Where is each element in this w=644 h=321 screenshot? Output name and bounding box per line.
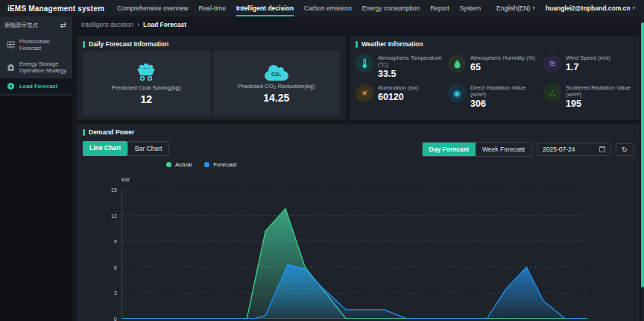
- co2-reduction-card: CO₂ Predicted CO₂ Reduction(kg) 14.25: [213, 52, 341, 116]
- y-axis-unit: kW: [121, 176, 130, 183]
- language-label: English(EN): [496, 4, 530, 12]
- demand-power-panel: Demand Power Line Chart Bar Chart Day Fo…: [77, 124, 640, 321]
- humidity-drop-icon: [448, 54, 466, 72]
- site-name: 新能源示范点: [4, 22, 38, 29]
- forecast-range-switcher: Day Forecast Week Forecast: [422, 142, 532, 157]
- chevron-down-icon: ▾: [632, 5, 635, 11]
- metric-atmospheric-humidity: Atmospheric Humidity (%) 65: [448, 54, 543, 79]
- coal-cart-icon: [133, 63, 159, 82]
- load-forecast-icon: [7, 83, 15, 90]
- nav-comprehensive-overview[interactable]: Comprehensive overview: [112, 0, 193, 16]
- solar-panel-icon: [7, 41, 15, 49]
- demand-power-title: Demand Power: [83, 128, 634, 136]
- metric-atmospheric-temperature: Atmospheric Temperature (°C) 33.5: [356, 54, 448, 79]
- forecast-range-controls: Day Forecast Week Forecast ↻: [422, 142, 634, 157]
- wind-icon: ≋: [543, 54, 561, 72]
- metric-value: 33.5: [378, 69, 446, 79]
- legend-actual[interactable]: Actual: [166, 161, 192, 168]
- date-input[interactable]: [543, 146, 590, 153]
- sidebar-item-label: Photovoltaic Forecast: [19, 38, 69, 52]
- metric-label: Direct Radiation Value (w/m²): [470, 84, 539, 98]
- user-email: huanglei2@topband.com.cn: [546, 4, 631, 12]
- week-forecast-button[interactable]: Week Forecast: [476, 143, 531, 156]
- metric-label: Scattered Radiation Value (w/m²): [566, 84, 634, 98]
- metric-label: Atmospheric Humidity (%): [470, 54, 535, 61]
- sun-icon: ☀: [356, 84, 373, 102]
- user-menu[interactable]: huanglei2@topband.com.cn ▾: [546, 4, 635, 12]
- metric-scattered-radiation: ∴ Scattered Radiation Value (w/m²) 195: [543, 84, 634, 109]
- chevron-down-icon: ▾: [532, 5, 535, 11]
- refresh-icon: ↻: [622, 146, 628, 154]
- y-axis-tick-label: 12: [99, 213, 117, 219]
- main-nav: Comprehensive overview Real-time Intelli…: [112, 0, 486, 16]
- app-title: iEMS Management system: [7, 4, 104, 13]
- coal-saving-value: 12: [140, 93, 152, 105]
- metric-value: 65: [470, 62, 535, 72]
- metric-direct-radiation: ◉ Direct Radiation Value (w/m²) 306: [448, 84, 543, 109]
- legend-forecast[interactable]: Forecast: [204, 161, 236, 168]
- chart-type-switcher: Line Chart Bar Chart: [83, 141, 169, 156]
- co2-reduction-label: Predicted CO₂ Reduction(kg): [238, 83, 315, 90]
- day-forecast-button[interactable]: Day Forecast: [423, 143, 476, 156]
- sidebar-item-label: Energy Storage Operation Strategy: [19, 60, 69, 74]
- breadcrumb-current: Load Forecast: [143, 21, 186, 28]
- series-area-forecast: [122, 264, 587, 319]
- co2-cloud-icon: CO₂: [265, 71, 288, 81]
- metric-illumination: ☀ Illumination (lux) 60120: [356, 84, 448, 109]
- metric-value: 195: [566, 99, 634, 109]
- legend-dot-actual: [166, 162, 171, 167]
- sidebar-menu: 新能源示范点 ⇄ Photovoltaic Forecast Energy St…: [0, 16, 72, 96]
- y-axis-tick-label: 15: [99, 187, 117, 193]
- collapse-sidebar-icon[interactable]: ⇄: [60, 22, 66, 29]
- sidebar-item-photovoltaic-forecast[interactable]: Photovoltaic Forecast: [0, 34, 72, 56]
- scattered-radiation-icon: ∴: [543, 84, 561, 102]
- breadcrumb-separator-icon: ›: [137, 21, 139, 28]
- metric-label: Atmospheric Temperature (°C): [378, 54, 446, 68]
- daily-forecast-panel: Daily Forecast Information Predicted Coa…: [77, 36, 346, 120]
- language-selector[interactable]: English(EN) ▾: [496, 4, 535, 12]
- legend-dot-forecast: [204, 162, 209, 167]
- metric-label: Illumination (lux): [378, 84, 419, 91]
- date-picker[interactable]: [537, 143, 611, 156]
- co2-reduction-value: 14.25: [263, 92, 289, 104]
- sidebar-item-load-forecast[interactable]: Load Forecast: [0, 78, 72, 94]
- topbar: iEMS Management system Comprehensive ove…: [0, 0, 644, 16]
- thermometer-icon: [356, 54, 373, 72]
- nav-carbon-emission[interactable]: Carbon emission: [299, 0, 357, 16]
- nav-energy-consumption[interactable]: Energy consumption: [357, 0, 426, 16]
- nav-report[interactable]: Report: [425, 0, 455, 16]
- y-axis-tick-label: 0: [99, 316, 117, 321]
- y-axis-tick-label: 3: [99, 290, 117, 296]
- sidebar-item-label: Load Forecast: [19, 83, 57, 90]
- bar-chart-button[interactable]: Bar Chart: [127, 141, 169, 156]
- weather-title: Weather Information: [356, 40, 634, 48]
- weather-panel: Weather Information Atmospheric Temperat…: [350, 36, 640, 120]
- daily-forecast-title: Daily Forecast Information: [83, 40, 340, 48]
- demand-chart[interactable]: [121, 190, 587, 319]
- line-chart-button[interactable]: Line Chart: [83, 141, 127, 156]
- calendar-icon: [599, 146, 605, 152]
- metric-value: 306: [470, 99, 539, 109]
- nav-intelligent-decision[interactable]: Intelligent decision: [231, 0, 299, 16]
- main-content: Daily Forecast Information Predicted Coa…: [72, 33, 644, 321]
- y-axis-tick-label: 6: [99, 264, 117, 271]
- sidebar-item-energy-storage-operation-strategy[interactable]: Energy Storage Operation Strategy: [0, 56, 72, 78]
- coal-saving-card: Predicted Coal Saving(kg) 12: [83, 52, 210, 116]
- metric-label: Wind Speed (m/s): [566, 54, 610, 61]
- refresh-button[interactable]: ↻: [616, 143, 634, 156]
- breadcrumb: Intelligent decision › Load Forecast: [72, 16, 644, 33]
- metric-value: 60120: [378, 92, 419, 102]
- demand-chart-svg: [122, 190, 587, 319]
- nav-system[interactable]: System: [455, 0, 486, 16]
- direct-radiation-icon: ◉: [448, 84, 466, 102]
- coal-saving-label: Predicted Coal Saving(kg): [112, 84, 181, 91]
- nav-real-time[interactable]: Real-time: [194, 0, 231, 16]
- battery-icon: [7, 63, 15, 72]
- y-axis-tick-label: 9: [99, 238, 117, 245]
- breadcrumb-parent[interactable]: Intelligent decision: [81, 21, 133, 28]
- sidebar-header: 新能源示范点 ⇄: [0, 16, 72, 34]
- metric-value: 1.7: [566, 62, 610, 72]
- metric-wind-speed: ≋ Wind Speed (m/s) 1.7: [543, 54, 634, 79]
- chart-legend: Actual Forecast: [166, 161, 236, 168]
- scrollbar-thumb[interactable]: [641, 22, 644, 287]
